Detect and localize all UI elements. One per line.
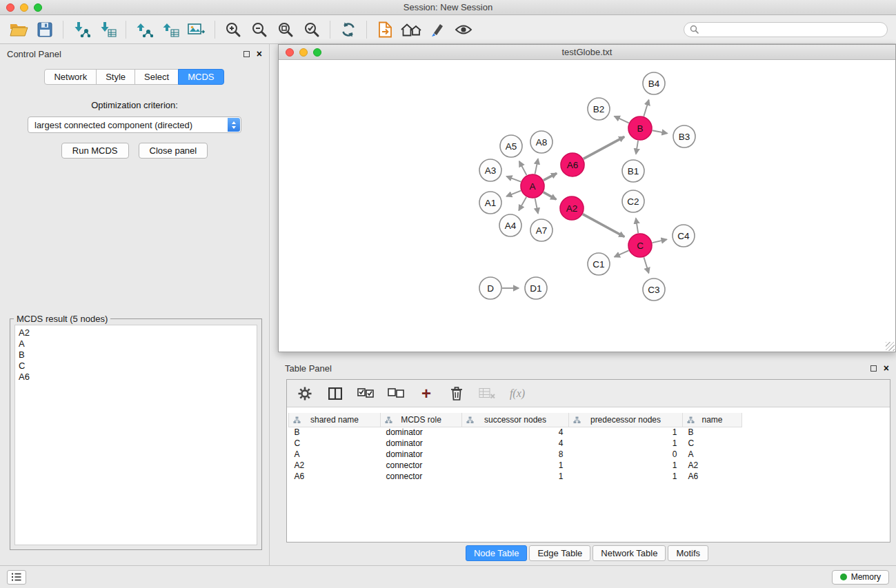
save-session-button[interactable] [32, 17, 58, 42]
table-cell[interactable]: 8 [462, 449, 569, 460]
graph-edge-B-B3[interactable] [653, 130, 668, 133]
export-network-button[interactable] [131, 17, 157, 42]
graph-edge-A2-C[interactable] [583, 214, 624, 237]
delete-column-button[interactable] [448, 384, 465, 403]
table-cell[interactable]: dominator [381, 449, 462, 460]
mcds-result-item[interactable]: A6 [19, 372, 253, 383]
graph-node-D[interactable]: D [479, 277, 501, 299]
graph-node-A3[interactable]: A3 [479, 159, 501, 181]
home-button[interactable] [398, 17, 424, 42]
deselect-all-button[interactable] [388, 384, 404, 403]
graph-edge-B-B1[interactable] [636, 141, 638, 154]
graph-edge-A-A5[interactable] [519, 161, 527, 175]
tab-network[interactable]: Network [44, 69, 97, 85]
tab-network-table[interactable]: Network Table [593, 545, 666, 561]
graph-node-C3[interactable]: C3 [643, 278, 665, 301]
graph-edge-C-C4[interactable] [653, 239, 667, 243]
graph-node-A1[interactable]: A1 [479, 192, 501, 214]
table-cell[interactable]: A [683, 449, 742, 460]
table-cell[interactable]: A2 [289, 460, 381, 471]
table-cell[interactable]: A6 [289, 471, 381, 482]
close-panel-icon[interactable]: × [257, 50, 262, 58]
table-row[interactable]: Adominator80A [289, 449, 889, 460]
export-image-button[interactable] [183, 17, 210, 42]
table-cell[interactable]: connector [381, 471, 462, 482]
graph-node-C2[interactable]: C2 [622, 190, 644, 212]
network-window-titlebar[interactable]: testGlobe.txt [279, 45, 895, 60]
table-cell[interactable]: 4 [462, 427, 569, 438]
graph-edge-B-B4[interactable] [644, 100, 648, 116]
mcds-result-item[interactable]: A2 [19, 327, 253, 338]
table-row[interactable]: A6connector11A6 [289, 471, 889, 482]
graph-edge-A-A2[interactable] [544, 192, 557, 200]
add-column-button[interactable]: + [418, 384, 435, 403]
open-file-button[interactable] [6, 17, 32, 42]
graph-edge-C-C3[interactable] [644, 257, 648, 273]
graph-edge-A-A6[interactable] [544, 173, 557, 180]
tab-node-table[interactable]: Node Table [466, 545, 528, 561]
graph-node-B1[interactable]: B1 [622, 160, 644, 182]
import-network-button[interactable] [68, 17, 94, 42]
zoom-in-button[interactable] [220, 17, 246, 42]
table-cell[interactable]: C [289, 438, 381, 449]
apply-layout-button[interactable] [335, 17, 361, 42]
graph-edge-A-A7[interactable] [535, 199, 538, 214]
table-cell[interactable]: connector [381, 460, 462, 471]
export-table-button[interactable] [157, 17, 183, 42]
float-panel-icon[interactable] [870, 365, 877, 372]
graph-edge-A-A8[interactable] [535, 159, 538, 174]
zoom-fit-button[interactable] [272, 17, 299, 42]
table-cell[interactable]: 1 [462, 471, 569, 482]
table-cell[interactable]: A2 [683, 460, 742, 471]
open-report-button[interactable] [372, 17, 398, 42]
column-header-name[interactable]: name [683, 413, 742, 427]
graph-node-B[interactable]: B [628, 116, 652, 140]
column-header-predecessor-nodes[interactable]: predecessor nodes [569, 413, 683, 427]
column-header-MCDS-role[interactable]: MCDS role [381, 413, 462, 427]
graph-node-A5[interactable]: A5 [500, 135, 522, 157]
filter-button[interactable] [424, 17, 450, 42]
minimize-window-button[interactable] [20, 3, 28, 12]
delete-table-button[interactable] [479, 384, 495, 403]
close-window-button[interactable] [6, 3, 14, 12]
table-cell[interactable]: dominator [381, 438, 462, 449]
run-mcds-button[interactable]: Run MCDS [61, 143, 129, 159]
table-cell[interactable]: B [289, 427, 381, 438]
table-cell[interactable]: 0 [569, 449, 683, 460]
tab-style[interactable]: Style [96, 69, 135, 85]
tab-select[interactable]: Select [135, 69, 179, 85]
table-cell[interactable]: 1 [569, 460, 683, 471]
graph-edge-A-A1[interactable] [506, 191, 521, 196]
zoom-network-window-button[interactable] [313, 48, 321, 57]
graph-edge-A6-B[interactable] [584, 136, 624, 159]
table-cell[interactable]: 1 [462, 460, 569, 471]
table-cell[interactable]: A6 [683, 471, 742, 482]
table-cell[interactable]: C [683, 438, 742, 449]
memory-button[interactable]: Memory [832, 570, 889, 585]
graph-node-D1[interactable]: D1 [525, 277, 547, 299]
task-history-button[interactable] [7, 570, 26, 585]
tab-edge-table[interactable]: Edge Table [529, 545, 590, 561]
zoom-window-button[interactable] [34, 3, 42, 12]
float-panel-icon[interactable] [243, 51, 250, 57]
show-columns-button[interactable] [327, 384, 344, 403]
graph-node-A6[interactable]: A6 [561, 153, 584, 176]
table-row[interactable]: Bdominator41B [289, 427, 889, 438]
mcds-result-list[interactable]: A2ABCA6 [14, 325, 257, 545]
optimization-dropdown[interactable]: largest connected component (directed) [28, 116, 241, 133]
graph-node-A7[interactable]: A7 [530, 219, 552, 241]
mcds-result-item[interactable]: B [19, 349, 253, 361]
network-canvas[interactable]: B4B2BB3A5A8A6A3B1AC2A1A2A4A7C4CC1DD1C3 [279, 60, 895, 352]
graph-node-A4[interactable]: A4 [499, 214, 521, 236]
table-cell[interactable]: dominator [381, 427, 462, 438]
tab-motifs[interactable]: Motifs [668, 545, 708, 561]
graph-edge-C-C1[interactable] [615, 250, 629, 256]
table-settings-button[interactable] [297, 384, 313, 403]
graph-edge-A-A3[interactable] [506, 176, 521, 182]
zoom-out-button[interactable] [246, 17, 272, 42]
import-table-button[interactable] [94, 17, 121, 42]
graph-node-A8[interactable]: A8 [530, 131, 552, 153]
graph-node-A[interactable]: A [521, 174, 544, 198]
mcds-result-item[interactable]: A [19, 338, 253, 349]
table-cell[interactable]: 4 [462, 438, 569, 449]
